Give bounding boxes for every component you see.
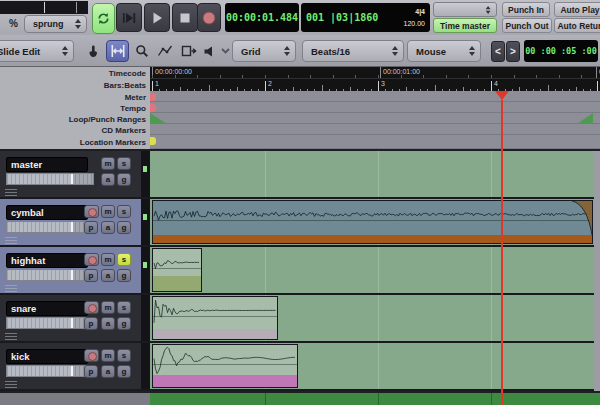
solo-button[interactable]: s <box>117 301 131 314</box>
loop-start-marker[interactable] <box>150 113 167 124</box>
draw-tool-button[interactable] <box>154 40 176 62</box>
stop-button[interactable] <box>172 3 198 32</box>
audition-tool-button[interactable] <box>201 40 217 62</box>
group-button[interactable]: g <box>117 269 131 282</box>
play-from-start-button[interactable] <box>116 3 142 32</box>
location-marker[interactable] <box>150 137 156 145</box>
gain-fader[interactable] <box>6 365 94 377</box>
playlist-button[interactable]: p <box>84 269 98 282</box>
summary-overview-bar[interactable] <box>150 393 600 405</box>
track-lane-cymbal[interactable] <box>150 199 594 247</box>
record-arm-button[interactable] <box>84 205 99 218</box>
audio-region-cymbal[interactable] <box>152 200 593 244</box>
mute-button[interactable]: m <box>101 253 115 266</box>
play-button[interactable] <box>144 3 170 32</box>
track-resize-handle[interactable] <box>5 333 17 341</box>
track-resize-handle[interactable] <box>5 381 17 389</box>
timecode-ruler[interactable]: 00:00:00:0000:00:01:0000:00:02:00 <box>150 67 600 79</box>
bbt-clock[interactable]: 001 |03|1860 4|4 120.00 <box>301 3 430 32</box>
track-header-kick[interactable]: kickmspag <box>0 343 150 391</box>
loop-play-button[interactable] <box>92 3 115 34</box>
tools-menu-chevron[interactable] <box>219 40 231 62</box>
punch-out-button[interactable]: Punch Out <box>502 18 552 33</box>
punch-in-button[interactable]: Punch In <box>502 2 550 17</box>
automation-button[interactable]: a <box>101 269 115 282</box>
stretch-tool-button[interactable] <box>178 40 200 62</box>
record-arm-button[interactable] <box>84 301 99 314</box>
sync-source-dropdown[interactable] <box>433 2 497 17</box>
auto-play-button[interactable]: Auto Play <box>554 2 600 17</box>
shuttle-mode-dropdown[interactable]: sprung <box>24 15 87 33</box>
audio-region-snare[interactable] <box>152 296 278 340</box>
playlist-button[interactable]: p <box>84 221 98 234</box>
playlist-button[interactable]: p <box>84 365 98 378</box>
record-arm-button[interactable] <box>84 349 99 362</box>
automation-button[interactable]: a <box>101 221 115 234</box>
mute-button[interactable]: m <box>101 349 115 362</box>
grab-tool-button[interactable] <box>82 40 103 62</box>
meter-ruler[interactable] <box>150 91 600 102</box>
shuttle-bar[interactable] <box>0 1 88 14</box>
group-button[interactable]: g <box>117 173 131 186</box>
gain-fader[interactable] <box>6 269 94 281</box>
snap-unit-dropdown[interactable]: Beats/16 <box>302 40 404 62</box>
automation-button[interactable]: a <box>101 173 115 186</box>
audio-region-kick[interactable] <box>152 344 298 388</box>
solo-button[interactable]: s <box>117 349 131 362</box>
auto-return-button[interactable]: Auto Return <box>554 18 600 33</box>
nav-forward-button[interactable]: > <box>506 41 520 62</box>
track-header-snare[interactable]: snaremspag <box>0 295 150 343</box>
gain-fader[interactable] <box>6 173 94 185</box>
track-name-field[interactable]: highhat <box>6 253 88 268</box>
solo-button[interactable]: s <box>117 253 131 266</box>
track-lane-highhat[interactable] <box>150 247 594 295</box>
playlist-button[interactable]: p <box>84 317 98 330</box>
solo-button[interactable]: s <box>117 205 131 218</box>
zoom-tool-button[interactable] <box>132 40 152 62</box>
edit-mode-dropdown[interactable]: Slide Edit <box>0 40 74 62</box>
group-button[interactable]: g <box>117 317 131 330</box>
track-header-cymbal[interactable]: cymbalmspag <box>0 199 150 247</box>
track-header-master[interactable]: mastermsag <box>0 151 150 199</box>
primary-clock[interactable]: 00:00:01.484 <box>225 3 299 32</box>
gain-fader[interactable] <box>6 317 94 329</box>
audio-region-highhat[interactable] <box>152 248 202 292</box>
secondary-clock[interactable]: 00 :00 :05 :00 <box>524 40 598 62</box>
cd-markers-ruler[interactable] <box>150 124 600 135</box>
record-arm-button[interactable] <box>84 253 99 266</box>
tempo-marker[interactable] <box>150 104 156 112</box>
track-resize-handle[interactable] <box>5 237 17 245</box>
group-button[interactable]: g <box>117 365 131 378</box>
track-lane-master[interactable] <box>150 151 594 199</box>
fade-out-handle[interactable] <box>572 201 592 235</box>
loop-end-marker[interactable] <box>577 113 593 124</box>
track-resize-handle[interactable] <box>5 285 17 293</box>
loop-punch-ruler[interactable] <box>150 113 600 124</box>
edit-point-dropdown[interactable]: Mouse <box>407 40 481 62</box>
track-lane-snare[interactable] <box>150 295 594 343</box>
group-button[interactable]: g <box>117 221 131 234</box>
track-resize-handle[interactable] <box>5 189 17 197</box>
mute-button[interactable]: m <box>101 157 115 170</box>
snap-mode-dropdown[interactable]: Grid <box>232 40 296 62</box>
track-name-field[interactable]: master <box>6 157 88 172</box>
record-button[interactable] <box>197 3 221 32</box>
playhead-marker[interactable] <box>495 91 509 100</box>
time-master-button[interactable]: Time master <box>433 18 497 33</box>
mute-button[interactable]: m <box>101 205 115 218</box>
track-header-highhat[interactable]: highhatmspag <box>0 247 150 295</box>
tempo-ruler[interactable] <box>150 102 600 113</box>
nav-back-button[interactable]: < <box>491 41 505 62</box>
location-markers-ruler[interactable] <box>150 135 600 149</box>
meter-marker[interactable] <box>150 93 156 101</box>
track-name-field[interactable]: cymbal <box>6 205 88 220</box>
range-tool-button[interactable] <box>106 40 129 62</box>
track-name-field[interactable]: kick <box>6 349 88 364</box>
track-lane-kick[interactable] <box>150 343 594 391</box>
automation-button[interactable]: a <box>101 317 115 330</box>
track-name-field[interactable]: snare <box>6 301 88 316</box>
gain-fader[interactable] <box>6 221 94 233</box>
bars-beats-ruler[interactable]: 12345 <box>150 79 600 91</box>
automation-button[interactable]: a <box>101 365 115 378</box>
mute-button[interactable]: m <box>101 301 115 314</box>
